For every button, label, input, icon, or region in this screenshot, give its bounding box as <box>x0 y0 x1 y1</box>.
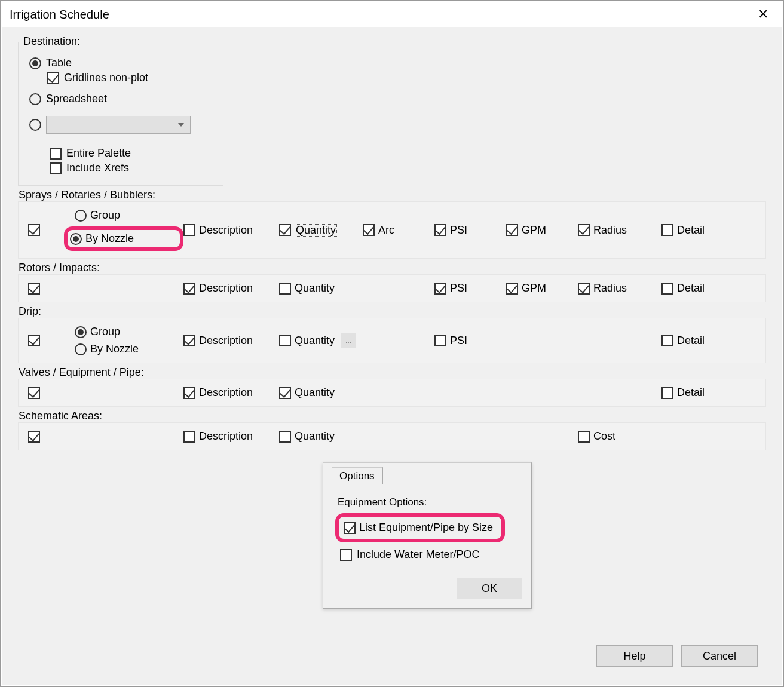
checkbox-list-by-size[interactable] <box>344 522 356 534</box>
sprays-detail[interactable] <box>662 224 673 236</box>
drip-radio-group[interactable] <box>75 326 87 338</box>
section-sprays: Sprays / Rotaries / Bubblers: Group By N… <box>18 201 766 259</box>
valves-detail[interactable] <box>662 387 673 399</box>
schematic-cost[interactable] <box>578 431 590 443</box>
rotors-psi[interactable] <box>434 283 446 295</box>
chevron-down-icon <box>178 123 184 127</box>
titlebar: Irrigation Schedule ✕ <box>1 1 783 27</box>
equipment-options-label: Equipment Options: <box>338 496 519 508</box>
sprays-description[interactable] <box>183 224 195 236</box>
drip-enable[interactable] <box>28 335 40 346</box>
lbl: Description <box>199 224 253 237</box>
lbl: Detail <box>677 224 705 237</box>
lbl: Description <box>199 282 253 295</box>
sprays-radio-by-nozzle[interactable] <box>70 233 82 245</box>
sprays-quantity[interactable] <box>279 224 291 236</box>
radio-custom[interactable] <box>29 119 41 131</box>
schematic-quantity[interactable] <box>279 431 291 443</box>
rotors-gpm[interactable] <box>506 283 518 295</box>
checkbox-include-xrefs[interactable] <box>50 162 62 174</box>
section-rotors: Rotors / Impacts: Description Quantity P… <box>18 274 766 302</box>
valves-quantity[interactable] <box>279 387 291 399</box>
section-valves-title: Valves / Equipment / Pipe: <box>19 366 144 379</box>
lbl: Cost <box>593 430 615 443</box>
valves-enable[interactable] <box>28 387 40 399</box>
options-tab[interactable]: Options <box>332 467 383 484</box>
dialog-window: Irrigation Schedule ✕ Destination: Table… <box>0 0 784 687</box>
list-by-size-label: List Equipment/Pipe by Size <box>359 522 493 534</box>
radio-table[interactable] <box>29 57 41 69</box>
sprays-by-nozzle-label: By Nozzle <box>85 232 134 245</box>
lbl: Description <box>199 335 253 347</box>
include-meter-label: Include Water Meter/POC <box>357 548 479 561</box>
sprays-enable[interactable] <box>28 224 40 236</box>
options-popup: Options Equipment Options: List Equipmen… <box>323 462 532 609</box>
section-rotors-title: Rotors / Impacts: <box>19 262 100 274</box>
schematic-enable[interactable] <box>28 431 40 443</box>
valves-description[interactable] <box>183 387 195 399</box>
rotors-description[interactable] <box>183 283 195 295</box>
schematic-description[interactable] <box>183 431 195 443</box>
lbl: By Nozzle <box>90 343 139 355</box>
rotors-detail[interactable] <box>662 283 673 295</box>
options-ok-button[interactable]: OK <box>457 578 522 599</box>
drip-psi[interactable] <box>434 335 446 346</box>
lbl: Detail <box>677 282 705 295</box>
section-schematic-title: Schematic Areas: <box>19 410 102 422</box>
help-button[interactable]: Help <box>596 645 673 667</box>
client-area: Destination: Table Gridlines non-plot Sp… <box>2 27 782 685</box>
rotors-quantity[interactable] <box>279 283 291 295</box>
lbl: Group <box>90 326 120 338</box>
lbl: Detail <box>677 335 705 347</box>
highlight-list-by-size: List Equipment/Pipe by Size <box>335 513 505 542</box>
drip-detail[interactable] <box>662 335 673 346</box>
checkbox-include-xrefs-label: Include Xrefs <box>66 162 129 174</box>
lbl-focused: Quantity <box>295 224 337 237</box>
lbl: PSI <box>450 335 467 347</box>
drip-quantity[interactable] <box>279 335 291 346</box>
lbl: Arc <box>378 224 394 237</box>
checkbox-gridlines[interactable] <box>47 72 59 84</box>
drip-quantity-more[interactable]: ... <box>341 333 356 348</box>
lbl: Radius <box>593 224 627 237</box>
destination-dropdown[interactable] <box>46 116 191 134</box>
lbl: GPM <box>522 282 546 295</box>
section-sprays-title: Sprays / Rotaries / Bubblers: <box>19 189 155 201</box>
lbl: GPM <box>522 224 546 237</box>
lbl: Quantity <box>295 282 335 295</box>
sprays-radio-group[interactable] <box>75 210 87 222</box>
drip-radio-by-nozzle[interactable] <box>75 344 87 355</box>
lbl: Radius <box>593 282 627 295</box>
section-drip-title: Drip: <box>19 305 41 318</box>
sprays-arc[interactable] <box>363 224 375 236</box>
destination-legend: Destination: <box>21 35 82 48</box>
section-schematic: Schematic Areas: Description Quantity Co… <box>18 422 766 450</box>
checkbox-entire-palette-label: Entire Palette <box>66 147 131 160</box>
lbl: Detail <box>677 387 705 399</box>
checkbox-entire-palette[interactable] <box>50 148 62 160</box>
lbl: Description <box>199 430 253 443</box>
close-icon[interactable]: ✕ <box>752 4 774 24</box>
lbl: PSI <box>450 282 467 295</box>
drip-description[interactable] <box>183 335 195 346</box>
sprays-gpm[interactable] <box>506 224 518 236</box>
lbl: Quantity <box>295 335 335 347</box>
lbl: Quantity <box>295 430 335 443</box>
radio-spreadsheet-label: Spreadsheet <box>46 93 107 105</box>
sprays-psi[interactable] <box>434 224 446 236</box>
rotors-radius[interactable] <box>578 283 590 295</box>
section-valves: Valves / Equipment / Pipe: Description Q… <box>18 379 766 407</box>
highlight-by-nozzle: By Nozzle <box>64 226 183 251</box>
sprays-radius[interactable] <box>578 224 590 236</box>
rotors-enable[interactable] <box>28 283 40 295</box>
window-title: Irrigation Schedule <box>10 8 109 22</box>
lbl: Description <box>199 387 253 399</box>
lbl: PSI <box>450 224 467 237</box>
destination-group: Destination: Table Gridlines non-plot Sp… <box>18 42 223 186</box>
cancel-button[interactable]: Cancel <box>681 645 758 667</box>
checkbox-include-meter[interactable] <box>340 549 352 561</box>
radio-table-label: Table <box>46 57 72 69</box>
sprays-group-label: Group <box>90 209 120 222</box>
checkbox-gridlines-label: Gridlines non-plot <box>64 72 148 84</box>
radio-spreadsheet[interactable] <box>29 93 41 105</box>
